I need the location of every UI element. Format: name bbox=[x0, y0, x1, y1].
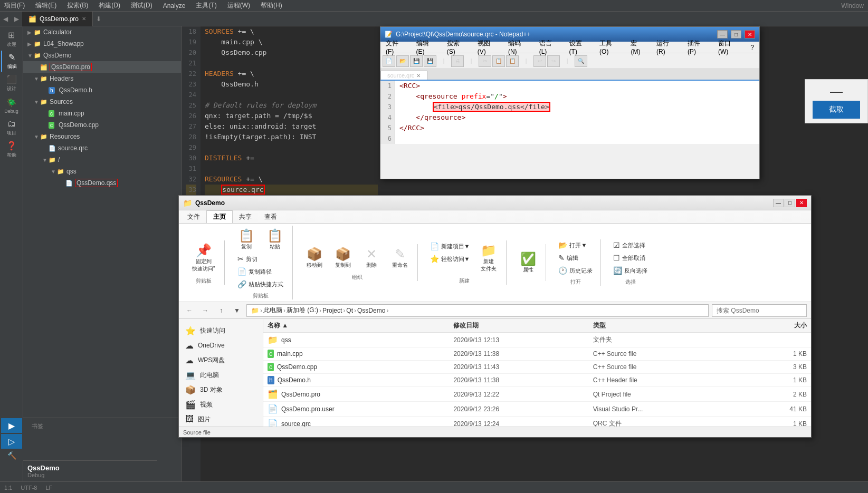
menu-remote[interactable]: 运程(W) bbox=[225, 0, 252, 11]
history-btn[interactable]: 🕐历史记录 bbox=[555, 265, 596, 276]
table-row[interactable]: cQssDemo.cpp 2020/9/13 11:43 C++ Source … bbox=[263, 361, 811, 374]
sidebar-design[interactable]: ⬛ 设计 bbox=[1, 73, 22, 94]
npp-menu-lang[interactable]: 语言(L) bbox=[536, 38, 562, 56]
sidebar-onedrive[interactable]: ☁ OneDrive bbox=[179, 338, 263, 353]
npp-menu-view[interactable]: 视图(V) bbox=[474, 38, 501, 56]
menu-test[interactable]: 测试(D) bbox=[129, 0, 155, 11]
npp-tb-print[interactable]: 🖨 bbox=[451, 55, 464, 67]
col-date-header[interactable]: 修改日期 bbox=[453, 321, 593, 330]
path-project[interactable]: Project bbox=[322, 307, 342, 314]
pin-to-quick-access-btn[interactable]: 📌 固定到快速访问" bbox=[187, 240, 220, 275]
npp-menu-tools[interactable]: 工具(O) bbox=[596, 38, 623, 56]
col-type-header[interactable]: 类型 bbox=[593, 321, 732, 330]
npp-tb-undo[interactable]: ↩ bbox=[533, 55, 546, 67]
tree-item-qssdemo-pro[interactable]: 🗂️ QssDemo.pro bbox=[23, 61, 181, 73]
table-row[interactable]: 📄QssDemo.pro.user 2020/9/12 23:26 Visual… bbox=[263, 402, 811, 417]
menu-build[interactable]: 构建(D) bbox=[97, 0, 122, 11]
table-row[interactable]: 📁qss 2020/9/13 12:13 文件夹 bbox=[263, 333, 811, 347]
select-none-btn[interactable]: ☐全部取消 bbox=[609, 252, 651, 264]
ribbon-tab-file[interactable]: 文件 bbox=[181, 210, 206, 223]
paste-shortcut-btn[interactable]: 🔗粘贴快捷方式 bbox=[234, 278, 287, 290]
path-qt[interactable]: Qt bbox=[346, 307, 353, 314]
new-folder-btn[interactable]: 📁 新建文件夹 bbox=[475, 240, 502, 275]
npp-tb-redo[interactable]: ↪ bbox=[547, 55, 560, 67]
table-row[interactable]: 📄source.qrc 2020/9/13 12:24 QRC 文件 1 KB bbox=[263, 417, 811, 427]
cut-btn[interactable]: ✂剪切 bbox=[234, 253, 287, 265]
npp-menu-settings[interactable]: 设置(T) bbox=[566, 38, 593, 56]
menu-analyze[interactable]: Analyze bbox=[161, 1, 188, 11]
tree-item-qssdemo-qss[interactable]: 📄 QssDemo.qss bbox=[23, 177, 181, 189]
exp-minimize-btn[interactable]: — bbox=[773, 199, 784, 207]
tab-dropdown[interactable]: ⬇ bbox=[93, 15, 104, 23]
npp-menu-edit[interactable]: 编辑(E) bbox=[413, 38, 440, 56]
npp-menu-plugins[interactable]: 插件(P) bbox=[684, 38, 711, 56]
npp-tb-cut[interactable]: ✂ bbox=[479, 55, 491, 67]
open-btn[interactable]: 📂打开▼ bbox=[555, 239, 596, 251]
menu-tools[interactable]: 主具(T) bbox=[194, 0, 218, 11]
path-pc[interactable]: 此电脑 bbox=[263, 306, 282, 315]
npp-tb-find[interactable]: 🔍 bbox=[575, 55, 587, 67]
sidebar-debug[interactable]: 🪲 Debug bbox=[1, 95, 22, 116]
sidebar-pc[interactable]: 💻 此电脑 bbox=[179, 368, 263, 382]
sidebar-edit[interactable]: ✎ 编辑 bbox=[1, 51, 22, 72]
addr-up-btn[interactable]: ↑ bbox=[215, 304, 227, 317]
sidebar-welcome[interactable]: ⊞ 欢迎 bbox=[1, 28, 22, 50]
notepad-minimize-btn[interactable]: — bbox=[717, 30, 728, 38]
sidebar-quick-access[interactable]: ⭐ 快速访问 bbox=[179, 323, 263, 338]
npp-code-area[interactable]: 123456 <RCC> <qresource prefix="/"> <fil… bbox=[380, 81, 759, 144]
tree-item-calculator[interactable]: ▶ 📁 Calculator bbox=[23, 26, 181, 38]
table-row[interactable]: hQssDemo.h 2020/9/13 11:38 C++ Header fi… bbox=[263, 374, 811, 387]
invert-selection-btn[interactable]: 🔄反向选择 bbox=[609, 265, 651, 276]
npp-tab-close[interactable]: ✕ bbox=[416, 73, 421, 79]
addr-recent-btn[interactable]: ▼ bbox=[231, 304, 243, 317]
npp-tb-save-all[interactable]: 💾 bbox=[424, 55, 436, 67]
npp-tab-source-qrc[interactable]: source.qrc ✕ bbox=[380, 71, 427, 80]
sidebar-help[interactable]: ❓ 帮助 bbox=[1, 139, 22, 160]
npp-tb-paste[interactable]: 📋 bbox=[506, 55, 519, 67]
tab-close-btn[interactable]: ✕ bbox=[82, 16, 86, 22]
tree-item-qss-folder[interactable]: ▼ 📁 qss bbox=[23, 166, 181, 177]
ribbon-tab-home[interactable]: 主页 bbox=[206, 210, 233, 223]
play-debug-btn[interactable]: ▶ bbox=[1, 418, 22, 433]
npp-menu-encode[interactable]: 编码(N) bbox=[505, 38, 532, 56]
tab-nav-forward[interactable]: ▶ bbox=[11, 15, 22, 23]
tree-item-main-cpp[interactable]: c main.cpp bbox=[23, 108, 181, 119]
properties-btn[interactable]: ✅ 属性 bbox=[515, 249, 541, 276]
menu-edit[interactable]: 编辑(E) bbox=[33, 0, 59, 11]
ribbon-tab-view[interactable]: 查看 bbox=[258, 210, 283, 223]
tree-item-root[interactable]: ▼ 📁 / bbox=[23, 154, 181, 166]
easy-access-btn[interactable]: ⭐轻松访问▼ bbox=[426, 253, 474, 265]
address-path[interactable]: 📁 › 此电脑 › 新加卷 (G:) › Project › Qt › QssD… bbox=[246, 304, 709, 317]
notepad-close-btn[interactable]: ✕ bbox=[745, 30, 755, 38]
tree-item-resources[interactable]: ▼ 📁 Resources bbox=[23, 131, 181, 142]
npp-menu-file[interactable]: 文件(F) bbox=[383, 38, 409, 56]
exp-close-btn[interactable]: ✕ bbox=[796, 199, 807, 207]
build-btn[interactable]: 🔨 bbox=[1, 450, 22, 461]
tree-item-source-qrc[interactable]: 📄 source.qrc bbox=[23, 142, 181, 154]
paste-btn[interactable]: 📋 粘贴 bbox=[262, 226, 288, 253]
run-btn[interactable]: ▷ bbox=[1, 434, 22, 449]
menu-search[interactable]: 搜索(B) bbox=[65, 0, 90, 11]
move-to-btn[interactable]: 📦 移动到 bbox=[301, 244, 328, 272]
rename-btn[interactable]: ✎ 重命名 bbox=[387, 244, 413, 272]
npp-tb-save[interactable]: 💾 bbox=[410, 55, 423, 67]
copy-to-btn[interactable]: 📦 复制到 bbox=[330, 244, 356, 272]
sidebar-videos[interactable]: 🎬 视频 bbox=[179, 397, 263, 412]
npp-menu-search[interactable]: 搜索(S) bbox=[444, 38, 470, 56]
tree-item-qssdemo-h[interactable]: h QssDemo.h bbox=[23, 84, 181, 96]
edit-btn[interactable]: ✎编辑 bbox=[555, 252, 596, 264]
tree-item-headers[interactable]: ▼ 📁 Headers bbox=[23, 73, 181, 84]
sidebar-3d-objects[interactable]: 📦 3D 对象 bbox=[179, 382, 263, 397]
tab-qssdemo-pro[interactable]: 🗂️ QssDemo.pro ✕ bbox=[22, 12, 93, 26]
tree-item-qssdemo-cpp[interactable]: c QssDemo.cpp bbox=[23, 119, 181, 131]
col-size-header[interactable]: 大小 bbox=[732, 321, 807, 330]
npp-tb-copy[interactable]: 📋 bbox=[492, 55, 505, 67]
addr-forward-btn[interactable]: → bbox=[199, 304, 212, 317]
tree-item-l04[interactable]: ▶ 📁 L04_Showapp bbox=[23, 38, 181, 50]
npp-tb-open[interactable]: 📂 bbox=[396, 55, 409, 67]
copy-btn[interactable]: 📋 复制 bbox=[233, 226, 260, 253]
tree-item-sources[interactable]: ▼ 📁 Sources bbox=[23, 96, 181, 108]
ribbon-tab-share[interactable]: 共享 bbox=[233, 210, 258, 223]
tab-nav-back[interactable]: ◀ bbox=[0, 15, 11, 23]
npp-menu-window[interactable]: 窗口(W) bbox=[715, 38, 743, 56]
